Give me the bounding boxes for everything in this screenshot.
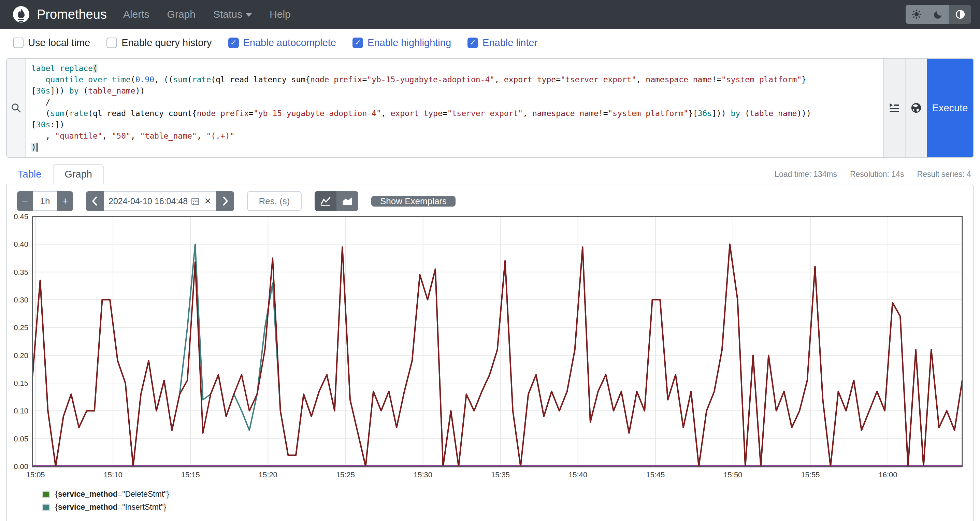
query-token: (: [187, 75, 192, 84]
x-axis-label: 15:25: [336, 470, 355, 479]
enable-autocomplete-checkbox[interactable]: ✓: [228, 38, 239, 48]
range-input[interactable]: [33, 196, 57, 207]
clear-datetime-button[interactable]: ✕: [204, 196, 212, 207]
query-token: !=: [712, 75, 721, 84]
light-theme-button[interactable]: [905, 5, 928, 24]
format-indent-icon: [889, 102, 900, 113]
query-token: 36s: [698, 109, 712, 118]
y-axis-label: 0.15: [14, 379, 28, 387]
line-chart-icon: [320, 196, 331, 206]
legend-item[interactable]: {service_method="InsertStmt"}: [42, 503, 973, 512]
checkbox-enable-query-history[interactable]: Enable query history: [107, 37, 212, 48]
resolution: Resolution: 14s: [850, 170, 904, 179]
datetime-value: 2024-04-10 16:04:48: [108, 196, 188, 206]
checkbox-enable-autocomplete[interactable]: ✓Enable autocomplete: [228, 37, 336, 48]
query-gutter: [7, 59, 26, 157]
query-token: "system_platform": [721, 75, 802, 84]
y-axis-label: 0.45: [14, 212, 28, 221]
query-token: "yb-15-yugabyte-adoption-4": [253, 109, 381, 118]
resolution-input[interactable]: [247, 191, 302, 211]
prometheus-brand[interactable]: Prometheus: [12, 5, 107, 23]
query-token: export_type: [504, 75, 556, 84]
enable-linter-checkbox[interactable]: ✓: [468, 38, 478, 48]
query-line: quantile_over_time(0.90, ((sum(rate(ql_r…: [32, 74, 878, 85]
query-token: sum: [173, 75, 187, 84]
stacked-chart-toggle-button[interactable]: [336, 191, 358, 211]
auto-theme-button[interactable]: [949, 5, 971, 24]
text-cursor: [37, 143, 38, 151]
chart-legend: {service_method="DeleteStmt"}{service_me…: [42, 489, 973, 512]
nav-link-help[interactable]: Help: [270, 8, 291, 20]
checkbox-enable-highlighting[interactable]: ✓Enable highlighting: [353, 37, 451, 48]
brand-title: Prometheus: [37, 7, 107, 22]
y-axis-label: 0.25: [14, 323, 28, 332]
query-line: label_replace(: [32, 63, 878, 74]
result-tabs-row: TableGraph Load time: 134ms Resolution: …: [6, 164, 974, 184]
decrease-range-button[interactable]: −: [17, 191, 33, 211]
legend-label: {service_method="InsertStmt"}: [55, 503, 166, 512]
line-chart-toggle-button[interactable]: [315, 191, 336, 211]
nav-link-graph[interactable]: Graph: [167, 8, 196, 20]
nav-links: Alerts Graph Status Help: [123, 8, 291, 20]
enable-query-history-checkbox[interactable]: [107, 38, 117, 48]
query-token: ,: [495, 75, 504, 84]
query-token: :]): [50, 120, 65, 129]
query-token: 30s: [36, 120, 51, 129]
timeseries-chart[interactable]: 0.000.050.100.150.200.250.300.350.400.45…: [7, 211, 973, 481]
moon-icon: [934, 10, 943, 19]
checkbox-use-local-time[interactable]: Use local time: [13, 37, 90, 48]
prometheus-logo-icon: [12, 5, 30, 23]
query-token: rate: [69, 109, 88, 118]
chart-area: 0.000.050.100.150.200.250.300.350.400.45…: [7, 211, 973, 512]
query-token: namespace_name: [646, 75, 712, 84]
increase-range-button[interactable]: +: [57, 191, 73, 211]
graph-controls: − + 2024-04-10 16:04:48 ✕: [7, 191, 973, 211]
query-token: "yb-15-yugabyte-adoption-4": [367, 75, 495, 84]
query-line: [30s:]): [32, 119, 878, 131]
show-exemplars-button[interactable]: Show Exemplars: [371, 196, 455, 207]
query-token: quantile_over_time: [46, 75, 131, 84]
sun-icon: [912, 9, 922, 19]
format-query-button[interactable]: [883, 59, 905, 157]
nav-link-alerts[interactable]: Alerts: [123, 8, 150, 20]
datetime-input[interactable]: 2024-04-10 16:04:48 ✕: [104, 191, 216, 211]
y-axis-label: 0.00: [14, 462, 28, 471]
chart-type-toggle-group: [315, 191, 358, 211]
query-token: (: [88, 109, 93, 118]
result-tabs: TableGraph: [6, 164, 104, 184]
dark-theme-button[interactable]: [928, 5, 949, 24]
y-axis-label: 0.10: [14, 406, 28, 415]
query-token: sum: [50, 109, 65, 118]
back-time-button[interactable]: [86, 191, 104, 211]
tab-table[interactable]: Table: [6, 164, 53, 184]
y-axis-label: 0.20: [14, 351, 28, 360]
tab-graph[interactable]: Graph: [53, 164, 104, 184]
x-axis-label: 16:00: [878, 470, 897, 479]
query-line: (sum(rate(ql_read_latency_count{node_pre…: [32, 108, 878, 119]
forward-time-button[interactable]: [216, 191, 234, 211]
legend-item[interactable]: {service_method="DeleteStmt"}: [42, 489, 973, 499]
query-token: export_type: [390, 109, 442, 118]
query-token: ): [32, 143, 36, 151]
option-toggles-row: Use local timeEnable query history✓Enabl…: [0, 29, 980, 57]
query-token: table_name: [88, 86, 135, 95]
checkbox-label: Use local time: [28, 37, 90, 48]
enable-highlighting-checkbox[interactable]: ✓: [353, 38, 363, 48]
query-token: by: [731, 109, 740, 118]
query-token: =: [556, 75, 561, 84]
query-input[interactable]: label_replace( quantile_over_time(0.90, …: [26, 59, 883, 157]
metrics-explorer-button[interactable]: [905, 59, 927, 157]
check-icon: ✓: [355, 39, 361, 46]
check-icon: ✓: [230, 39, 237, 46]
execute-button[interactable]: Execute: [927, 59, 973, 157]
query-token: }[: [688, 109, 698, 118]
query-token: ])): [712, 109, 730, 118]
nav-link-status[interactable]: Status: [213, 8, 252, 20]
checkbox-enable-linter[interactable]: ✓Enable linter: [468, 37, 538, 48]
query-token: namespace_name: [532, 109, 598, 118]
query-token: ,: [197, 131, 207, 140]
query-token: label_replace: [32, 64, 93, 73]
x-axis-label: 15:30: [414, 470, 432, 479]
use-local-time-checkbox[interactable]: [13, 38, 24, 48]
navbar: Prometheus Alerts Graph Status Help: [0, 0, 980, 29]
